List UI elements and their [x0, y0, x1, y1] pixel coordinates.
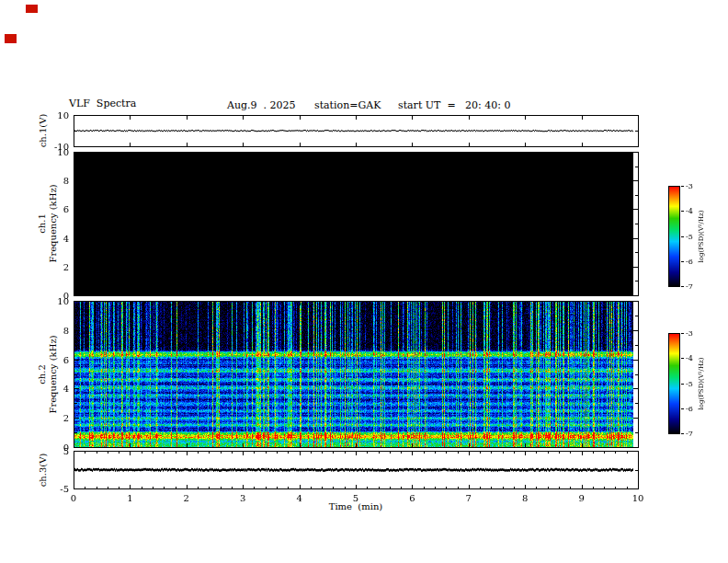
tick-mark — [604, 452, 605, 454]
tick-mark — [446, 487, 447, 488]
tick-mark — [633, 360, 638, 361]
tick-mark — [633, 209, 638, 210]
tick-mark — [243, 292, 244, 295]
tick-mark — [74, 447, 79, 448]
tick-mark — [209, 452, 210, 454]
tick-mark — [187, 153, 188, 156]
tick-mark — [74, 301, 79, 302]
tick-mark — [187, 143, 188, 146]
tick-mark — [232, 487, 233, 488]
colorbar-tick-label: -3 — [686, 182, 693, 190]
x-tick-label: 6 — [409, 493, 415, 503]
tick-mark — [74, 374, 77, 375]
tick-mark — [633, 330, 638, 331]
tick-mark — [582, 302, 583, 305]
tick-mark — [525, 143, 526, 146]
y-tick-label: 4 — [63, 384, 69, 394]
tick-mark — [681, 211, 684, 212]
tick-mark — [367, 452, 368, 454]
ch2-spectrogram-plot — [74, 301, 639, 448]
tick-mark — [469, 143, 470, 146]
tick-mark — [401, 452, 402, 454]
tick-mark — [635, 224, 638, 224]
tick-mark — [74, 345, 77, 346]
tick-mark — [74, 452, 74, 455]
tick-mark — [638, 302, 639, 305]
ch3-voltage-axis-text: ch.3(V) — [38, 454, 49, 488]
tick-mark — [635, 345, 638, 346]
colorbar-tick-label: -4 — [686, 354, 693, 362]
ch1-colorbar-label: log(PSD)(V²/Hz) — [698, 211, 705, 263]
tick-mark — [288, 487, 289, 488]
ch2-colorbar — [668, 333, 680, 434]
tick-mark — [221, 452, 222, 454]
y-tick-label: 2 — [63, 413, 69, 423]
colorbar-tick-label: -7 — [686, 430, 693, 438]
tick-mark — [74, 470, 77, 471]
tick-mark — [412, 443, 413, 447]
colorbar-tick-label: -4 — [686, 207, 693, 215]
y-tick-label: 10 — [57, 110, 69, 121]
x-tick-label: 10 — [632, 493, 644, 503]
tick-mark — [469, 292, 470, 295]
tick-mark — [390, 452, 391, 454]
tick-mark — [633, 267, 638, 268]
ch1-frequency-axis-label: ch.1 Frequency (kHz) — [37, 184, 59, 262]
ch2-colorbar-label: log(PSD)(V²/Hz) — [698, 358, 705, 410]
tick-mark — [633, 152, 638, 153]
tick-mark — [164, 487, 165, 488]
tick-mark — [458, 452, 459, 454]
tick-mark — [130, 153, 131, 156]
tick-mark — [634, 451, 638, 452]
tick-mark — [582, 292, 583, 295]
tick-mark — [469, 485, 470, 488]
tick-mark — [681, 358, 684, 359]
tick-mark — [74, 209, 79, 210]
tick-mark — [356, 153, 357, 156]
tick-mark — [97, 487, 97, 488]
tick-mark — [582, 485, 583, 488]
ch1-voltage-axis-label: ch.1(V) — [38, 114, 49, 148]
tick-mark — [633, 238, 638, 239]
tick-mark — [187, 485, 188, 488]
x-tick-label: 4 — [296, 493, 301, 503]
tick-mark — [635, 470, 638, 471]
tick-mark — [412, 302, 413, 305]
tick-mark — [209, 487, 210, 488]
tick-mark — [582, 443, 583, 447]
tick-mark — [254, 487, 255, 488]
tick-mark — [582, 143, 583, 146]
tick-mark — [243, 302, 244, 305]
ch2-colorbar-label-text: log(PSD)(V²/Hz) — [698, 358, 705, 410]
tick-mark — [74, 295, 79, 296]
ch3-voltage-axis-label: ch.3(V) — [38, 454, 49, 488]
tick-mark — [345, 452, 346, 454]
tick-mark — [300, 143, 301, 146]
tick-mark — [243, 153, 244, 156]
colorbar-tick-label: -6 — [686, 257, 693, 265]
tick-mark — [176, 452, 176, 454]
tick-mark — [243, 116, 244, 120]
tick-mark — [74, 388, 79, 389]
tick-mark — [74, 252, 77, 253]
tick-mark — [74, 281, 77, 282]
y-tick-label: -5 — [60, 484, 69, 494]
tick-mark — [681, 333, 684, 334]
tick-mark — [187, 443, 188, 447]
tick-mark — [322, 452, 323, 454]
tick-mark — [300, 302, 301, 305]
tick-mark — [108, 452, 108, 454]
tick-mark — [638, 116, 639, 120]
tick-mark — [503, 452, 504, 454]
tick-mark — [593, 452, 594, 454]
tick-mark — [74, 418, 79, 419]
tick-mark — [615, 487, 616, 488]
tick-mark — [491, 487, 492, 488]
tick-mark — [300, 452, 301, 455]
tick-mark — [570, 487, 571, 488]
tick-mark — [634, 115, 638, 116]
tick-mark — [525, 443, 526, 447]
tick-mark — [74, 152, 79, 153]
tick-mark — [198, 487, 199, 488]
tick-mark — [379, 452, 380, 454]
